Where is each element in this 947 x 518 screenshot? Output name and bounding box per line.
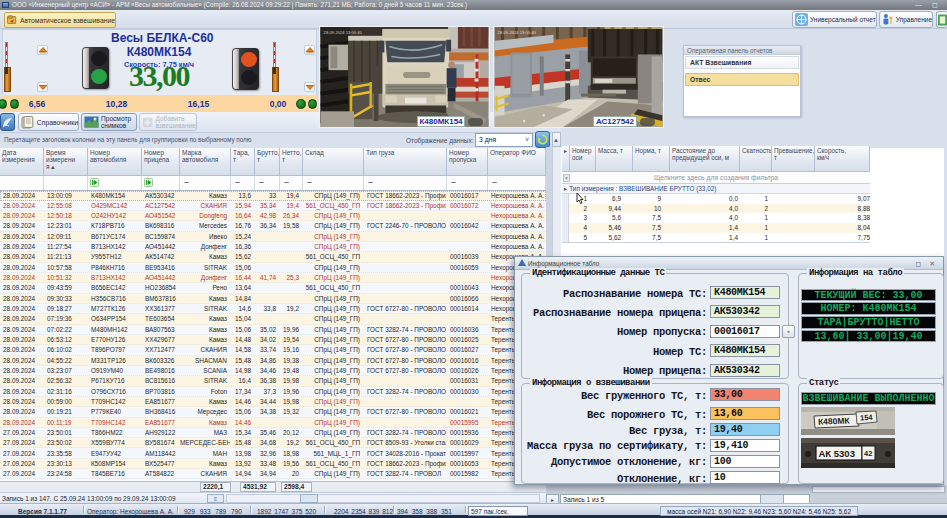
svg-text:42: 42 bbox=[864, 449, 872, 458]
svg-text:К480МК: К480МК bbox=[818, 415, 851, 426]
svg-text:АК 5303: АК 5303 bbox=[819, 448, 855, 459]
svg-text:28-09-2024 13:00:40: 28-09-2024 13:00:40 bbox=[324, 30, 363, 35]
svg-text:154: 154 bbox=[860, 413, 874, 423]
svg-text:28-09-2024 13:00:40: 28-09-2024 13:00:40 bbox=[497, 30, 536, 35]
